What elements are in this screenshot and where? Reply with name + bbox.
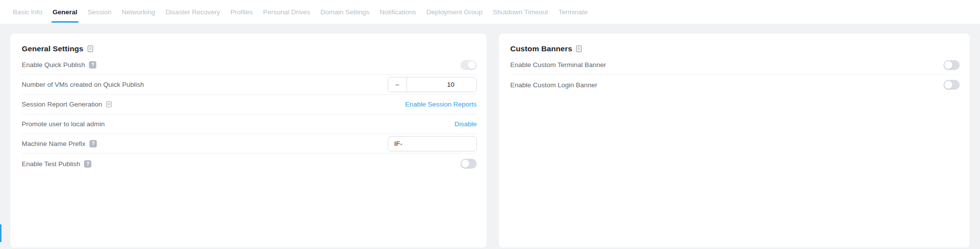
panel-title: General Settings (22, 44, 83, 53)
row-login-banner: Enable Custom Login Banner (510, 75, 960, 95)
row-session-report: Session Report Generation Enable Session… (22, 95, 477, 114)
vm-count-input[interactable] (407, 77, 477, 92)
document-icon[interactable] (106, 101, 112, 107)
document-icon[interactable] (576, 45, 582, 52)
toggle-knob (944, 81, 952, 89)
tab-basic-info[interactable]: Basic Info (8, 0, 47, 24)
row-label: Enable Custom Terminal Banner (510, 61, 606, 69)
toggle-knob (468, 61, 476, 69)
tab-terminate[interactable]: Terminate (553, 0, 592, 24)
tab-disaster-recovery[interactable]: Disaster Recovery (161, 0, 225, 24)
help-icon[interactable]: ? (84, 160, 91, 168)
row-enable-quick-publish: Enable Quick Publish ? (22, 55, 477, 75)
help-icon[interactable]: ? (89, 140, 97, 147)
row-vm-count: Number of VMs created on Quick Publish −… (22, 75, 477, 95)
row-label: Machine Name Prefix (22, 140, 85, 147)
row-promote-admin: Promote user to local admin Disable (22, 114, 477, 134)
tab-networking[interactable]: Networking (117, 0, 161, 24)
left-scrollbar-thumb[interactable] (0, 224, 1, 242)
settings-content: General Settings Enable Quick Publish ? … (0, 24, 980, 249)
tab-session[interactable]: Session (83, 0, 117, 24)
custom-banners-panel: Custom Banners Enable Custom Terminal Ba… (499, 34, 970, 248)
quick-publish-toggle[interactable] (460, 60, 477, 70)
row-label: Number of VMs created on Quick Publish (22, 81, 144, 88)
row-label: Enable Test Publish (22, 160, 80, 168)
machine-prefix-input[interactable] (388, 136, 477, 151)
row-test-publish: Enable Test Publish ? (22, 154, 477, 174)
settings-tabbar: Basic Info General Session Networking Di… (0, 0, 980, 24)
general-settings-header: General Settings (22, 34, 477, 55)
test-publish-toggle[interactable] (460, 159, 477, 169)
help-icon[interactable]: ? (89, 61, 96, 69)
row-label: Enable Custom Login Banner (510, 81, 597, 89)
vm-count-stepper: − + (388, 77, 477, 92)
tab-domain-settings[interactable]: Domain Settings (316, 0, 374, 24)
tab-shutdown-timeout[interactable]: Shutdown Timeout (488, 0, 553, 24)
login-banner-toggle[interactable] (943, 80, 960, 90)
tab-deployment-group[interactable]: Deployment Group (421, 0, 487, 24)
enable-session-reports-link[interactable]: Enable Session Reports (405, 101, 477, 108)
tab-notifications[interactable]: Notifications (375, 0, 421, 24)
terminal-banner-toggle[interactable] (943, 60, 960, 70)
row-label: Promote user to local admin (22, 120, 105, 128)
row-terminal-banner: Enable Custom Terminal Banner (510, 55, 960, 75)
tab-general[interactable]: General (47, 0, 82, 24)
tab-profiles[interactable]: Profiles (225, 0, 257, 24)
tab-personal-drives[interactable]: Personal Drives (258, 0, 315, 24)
toggle-knob (461, 160, 469, 168)
stepper-minus-button[interactable]: − (388, 77, 407, 92)
panel-title: Custom Banners (510, 44, 572, 53)
row-label: Session Report Generation (22, 101, 102, 108)
toggle-knob (944, 61, 952, 69)
document-icon[interactable] (87, 45, 93, 52)
custom-banners-header: Custom Banners (510, 34, 960, 55)
disable-promote-admin-link[interactable]: Disable (454, 120, 477, 128)
general-settings-panel: General Settings Enable Quick Publish ? … (10, 34, 487, 248)
row-label: Enable Quick Publish (22, 61, 85, 69)
row-machine-prefix: Machine Name Prefix ? (22, 134, 477, 154)
